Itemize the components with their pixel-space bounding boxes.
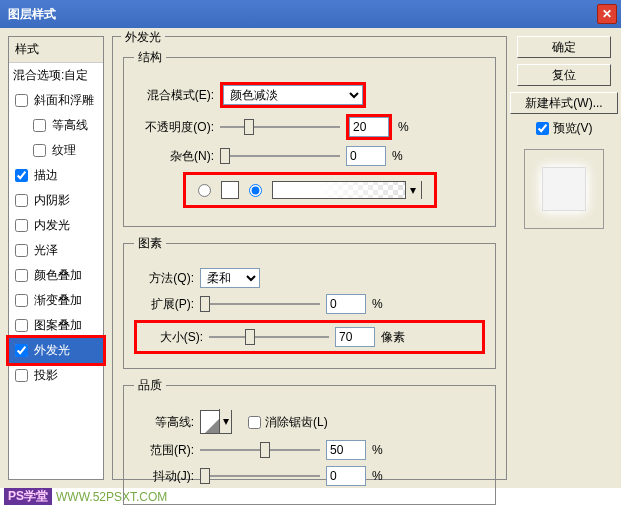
style-item[interactable]: 纹理 <box>9 138 103 163</box>
noise-unit: % <box>392 149 403 163</box>
style-label: 图案叠加 <box>34 317 82 334</box>
style-label: 颜色叠加 <box>34 267 82 284</box>
effect-title: 外发光 <box>121 29 165 46</box>
style-label: 等高线 <box>52 117 88 134</box>
window-title: 图层样式 <box>4 6 597 23</box>
preview-swatch <box>542 167 586 211</box>
range-label: 范围(R): <box>134 442 194 459</box>
range-input[interactable] <box>326 440 366 460</box>
antialias-checkbox[interactable] <box>248 416 261 429</box>
size-input[interactable] <box>335 327 375 347</box>
jitter-label: 抖动(J): <box>134 468 194 485</box>
gradient-swatch[interactable]: ▾ <box>272 181 422 199</box>
chevron-down-icon[interactable]: ▾ <box>405 181 421 199</box>
gradient-radio[interactable] <box>249 184 262 197</box>
noise-input[interactable] <box>346 146 386 166</box>
range-slider[interactable] <box>200 441 320 459</box>
style-label: 投影 <box>34 367 58 384</box>
spread-label: 扩展(P): <box>134 296 194 313</box>
solid-color-swatch[interactable] <box>221 181 239 199</box>
style-item[interactable]: 描边 <box>9 163 103 188</box>
style-checkbox[interactable] <box>15 294 28 307</box>
noise-slider[interactable] <box>220 147 340 165</box>
size-slider[interactable] <box>209 328 329 346</box>
blend-options-label: 混合选项:自定 <box>13 67 88 84</box>
style-checkbox[interactable] <box>15 194 28 207</box>
style-item[interactable]: 等高线 <box>9 113 103 138</box>
style-item[interactable]: 光泽 <box>9 238 103 263</box>
close-button[interactable]: ✕ <box>597 4 617 24</box>
style-checkbox[interactable] <box>15 219 28 232</box>
styles-header: 样式 <box>9 37 103 63</box>
style-item[interactable]: 斜面和浮雕 <box>9 88 103 113</box>
style-label: 外发光 <box>34 342 70 359</box>
style-item[interactable]: 投影 <box>9 363 103 388</box>
elem-legend: 图素 <box>134 235 166 252</box>
struct-legend: 结构 <box>134 49 166 66</box>
opacity-unit: % <box>398 120 409 134</box>
style-label: 内阴影 <box>34 192 70 209</box>
opacity-slider[interactable] <box>220 118 340 136</box>
jitter-unit: % <box>372 469 383 483</box>
style-checkbox[interactable] <box>33 144 46 157</box>
close-icon: ✕ <box>602 7 612 21</box>
style-label: 纹理 <box>52 142 76 159</box>
style-checkbox[interactable] <box>15 344 28 357</box>
spread-input[interactable] <box>326 294 366 314</box>
technique-select[interactable]: 柔和 <box>200 268 260 288</box>
opacity-input[interactable] <box>349 117 389 137</box>
preview-label: 预览(V) <box>553 120 593 137</box>
blend-options-item[interactable]: 混合选项:自定 <box>9 63 103 88</box>
style-checkbox[interactable] <box>15 94 28 107</box>
style-item[interactable]: 外发光 <box>9 338 103 363</box>
preview-area <box>524 149 604 229</box>
jitter-slider[interactable] <box>200 467 320 485</box>
style-label: 光泽 <box>34 242 58 259</box>
spread-slider[interactable] <box>200 295 320 313</box>
style-checkbox[interactable] <box>15 269 28 282</box>
style-label: 描边 <box>34 167 58 184</box>
style-item[interactable]: 颜色叠加 <box>9 263 103 288</box>
contour-label: 等高线: <box>134 414 194 431</box>
style-checkbox[interactable] <box>15 169 28 182</box>
chevron-down-icon[interactable]: ▾ <box>219 409 231 433</box>
spread-unit: % <box>372 297 383 311</box>
preview-checkbox[interactable] <box>536 122 549 135</box>
quality-legend: 品质 <box>134 377 166 394</box>
technique-label: 方法(Q): <box>134 270 194 287</box>
style-checkbox[interactable] <box>15 369 28 382</box>
noise-label: 杂色(N): <box>134 148 214 165</box>
antialias-label: 消除锯齿(L) <box>265 414 328 431</box>
size-unit: 像素 <box>381 329 405 346</box>
style-label: 渐变叠加 <box>34 292 82 309</box>
style-label: 斜面和浮雕 <box>34 92 94 109</box>
style-checkbox[interactable] <box>15 244 28 257</box>
style-label: 内发光 <box>34 217 70 234</box>
range-unit: % <box>372 443 383 457</box>
style-checkbox[interactable] <box>33 119 46 132</box>
solid-color-radio[interactable] <box>198 184 211 197</box>
ok-button[interactable]: 确定 <box>517 36 611 58</box>
style-checkbox[interactable] <box>15 319 28 332</box>
blend-mode-label: 混合模式(E): <box>134 87 214 104</box>
cancel-button[interactable]: 复位 <box>517 64 611 86</box>
new-style-button[interactable]: 新建样式(W)... <box>510 92 618 114</box>
style-item[interactable]: 渐变叠加 <box>9 288 103 313</box>
style-item[interactable]: 内发光 <box>9 213 103 238</box>
style-item[interactable]: 内阴影 <box>9 188 103 213</box>
contour-picker[interactable]: ▾ <box>200 410 232 434</box>
blend-mode-select[interactable]: 颜色减淡 <box>223 85 363 105</box>
opacity-label: 不透明度(O): <box>134 119 214 136</box>
jitter-input[interactable] <box>326 466 366 486</box>
size-label: 大小(S): <box>143 329 203 346</box>
footer-tag: PS学堂 <box>4 488 52 505</box>
